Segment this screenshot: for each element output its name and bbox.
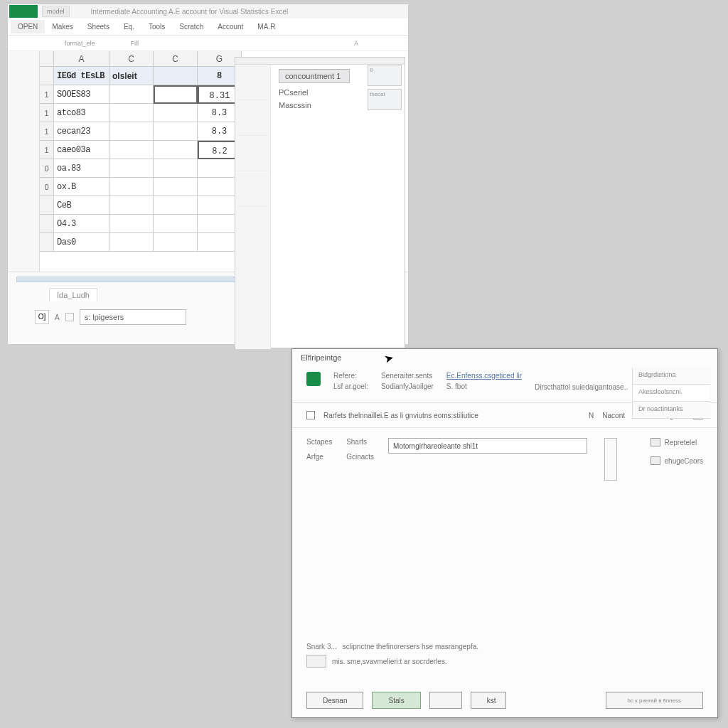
ribbon-tab-tools[interactable]: Tools bbox=[141, 20, 172, 33]
cell[interactable]: IEGd tEsLB bbox=[54, 67, 109, 85]
cell[interactable]: SOOES83 bbox=[54, 85, 109, 104]
cell[interactable] bbox=[109, 85, 154, 104]
stepper[interactable] bbox=[604, 438, 617, 481]
ok-button[interactable]: Stals bbox=[372, 692, 420, 709]
dialog-icon bbox=[306, 372, 321, 386]
footer-icon[interactable] bbox=[306, 655, 326, 668]
header-label: SodianfyJaoilger bbox=[381, 382, 434, 390]
toolbar: format_ele Fill A bbox=[8, 36, 408, 51]
cell[interactable] bbox=[154, 67, 198, 85]
aux-button-2[interactable]: kst bbox=[471, 692, 506, 709]
dialog-body: Sctapes Arfge Sharfs Gcinacts Repretelel… bbox=[292, 428, 717, 491]
header-link[interactable]: Ec.Enfenss.csgeticed lir bbox=[446, 372, 522, 380]
prop-label: Arfge bbox=[306, 453, 332, 461]
prop-label: Sharfs bbox=[346, 438, 374, 446]
cell[interactable] bbox=[109, 178, 154, 196]
dialog-header: Refere: Lsf ar.goel: Seneraiter.sents So… bbox=[292, 368, 717, 403]
checkbox[interactable] bbox=[306, 411, 315, 419]
ruler bbox=[235, 58, 405, 65]
right-tab[interactable]: Dr noactintanks bbox=[632, 402, 710, 419]
col-header-a[interactable]: A bbox=[54, 51, 109, 67]
right-tab[interactable]: Bidgrdietiona bbox=[632, 368, 710, 385]
prop-label: Gcinacts bbox=[346, 453, 374, 461]
cell[interactable] bbox=[109, 122, 154, 141]
ribbon-tab-eq[interactable]: Eq. bbox=[117, 20, 141, 33]
row-header[interactable]: 0 bbox=[40, 159, 54, 178]
header-label: Dirscthattol suiedaigantoase.. bbox=[535, 383, 628, 391]
list-icon[interactable] bbox=[651, 456, 660, 465]
toolbar-format[interactable]: format_ele bbox=[65, 40, 95, 47]
row-header[interactable]: 1 bbox=[40, 85, 54, 104]
cell[interactable] bbox=[154, 233, 198, 252]
cell[interactable] bbox=[154, 141, 198, 159]
cell[interactable]: caeo03a bbox=[54, 141, 109, 159]
cell[interactable]: oa.83 bbox=[54, 159, 109, 178]
header-label: Lsf ar.goel: bbox=[333, 382, 368, 390]
list-icon[interactable] bbox=[651, 438, 660, 446]
cell[interactable]: cecan23 bbox=[54, 122, 109, 141]
field-selector[interactable]: concountment 1 bbox=[279, 69, 350, 83]
right-tab-selected[interactable]: Akessleolsncni. bbox=[632, 385, 710, 402]
thumbnail[interactable]: thecat bbox=[368, 89, 402, 110]
cell[interactable]: CeB bbox=[54, 196, 109, 215]
ribbon-tab-account[interactable]: Account bbox=[210, 20, 250, 33]
cell[interactable] bbox=[109, 233, 154, 252]
prop-label: Sctapes bbox=[306, 438, 332, 446]
cell[interactable]: ox.B bbox=[54, 178, 109, 196]
row-header[interactable]: 1 bbox=[40, 104, 54, 122]
opt-label: Nacont bbox=[602, 412, 625, 419]
cell[interactable] bbox=[109, 159, 154, 178]
fx-label: A bbox=[55, 314, 60, 321]
select-all[interactable] bbox=[40, 51, 54, 67]
cell[interactable] bbox=[154, 159, 198, 178]
settings-dialog: Elflripeintge Refere: Lsf ar.goel: Sener… bbox=[291, 348, 718, 718]
title-badge: model bbox=[42, 6, 70, 17]
cell[interactable] bbox=[109, 215, 154, 233]
toolbar-col: A bbox=[354, 40, 358, 47]
row-header[interactable] bbox=[40, 233, 54, 252]
cell[interactable]: atco83 bbox=[54, 104, 109, 122]
fx-icon[interactable] bbox=[65, 313, 74, 321]
row-header[interactable]: 0 bbox=[40, 178, 54, 196]
side-label: Repretelel bbox=[665, 439, 697, 446]
col-header-b[interactable]: C bbox=[109, 51, 154, 67]
dialog-footer-text: Snark 3... sclipnctne thefinorersers hse… bbox=[306, 643, 478, 672]
cell[interactable]: olsleit bbox=[109, 67, 154, 85]
ribbon-tab-mar[interactable]: MA.R bbox=[250, 20, 282, 33]
sheet-tab[interactable]: Ida_Ludh bbox=[49, 288, 97, 301]
cell[interactable] bbox=[109, 141, 154, 159]
toolbar-fill[interactable]: Fill bbox=[131, 40, 139, 47]
row-header[interactable]: 1 bbox=[40, 141, 54, 159]
property-input[interactable] bbox=[388, 438, 587, 454]
cell[interactable] bbox=[154, 215, 198, 233]
cell[interactable] bbox=[154, 122, 198, 141]
cell[interactable] bbox=[154, 85, 198, 104]
row-header[interactable] bbox=[40, 215, 54, 233]
side-label: ehugeCeors bbox=[665, 457, 703, 465]
cell[interactable] bbox=[109, 104, 154, 122]
aux-button[interactable] bbox=[429, 692, 462, 709]
thumbnail[interactable]: 8 bbox=[368, 65, 402, 86]
row-header[interactable] bbox=[40, 196, 54, 215]
cell[interactable] bbox=[154, 178, 198, 196]
ribbon-tab-makes[interactable]: Makes bbox=[45, 20, 80, 33]
cell[interactable] bbox=[154, 104, 198, 122]
help-button[interactable]: hс к рингай в finness bbox=[606, 692, 703, 709]
name-box[interactable]: O] bbox=[35, 310, 49, 324]
cancel-button[interactable]: Desnan bbox=[306, 692, 363, 709]
dialog-right-tabs: Bidgrdietiona Akessleolsncni. Dr noactin… bbox=[632, 368, 710, 419]
row-header[interactable] bbox=[40, 67, 54, 85]
cell[interactable] bbox=[154, 196, 198, 215]
side-panel: concountment 1 PCseriel Mascssin 8 theca… bbox=[235, 57, 405, 348]
thumbnail-strip: 8 thecat bbox=[368, 65, 402, 113]
cell[interactable] bbox=[109, 196, 154, 215]
cell[interactable]: Das0 bbox=[54, 233, 109, 252]
ribbon-tab-open[interactable]: OPEN bbox=[11, 20, 45, 33]
formula-input[interactable] bbox=[80, 309, 186, 325]
col-header-c[interactable]: C bbox=[154, 51, 198, 67]
footer-label: Snark 3... bbox=[306, 643, 337, 651]
ribbon-tab-sheets[interactable]: Sheets bbox=[80, 20, 117, 33]
ribbon-tab-scratch[interactable]: Scratch bbox=[172, 20, 210, 33]
cell[interactable]: O4.3 bbox=[54, 215, 109, 233]
row-header[interactable]: 1 bbox=[40, 122, 54, 141]
